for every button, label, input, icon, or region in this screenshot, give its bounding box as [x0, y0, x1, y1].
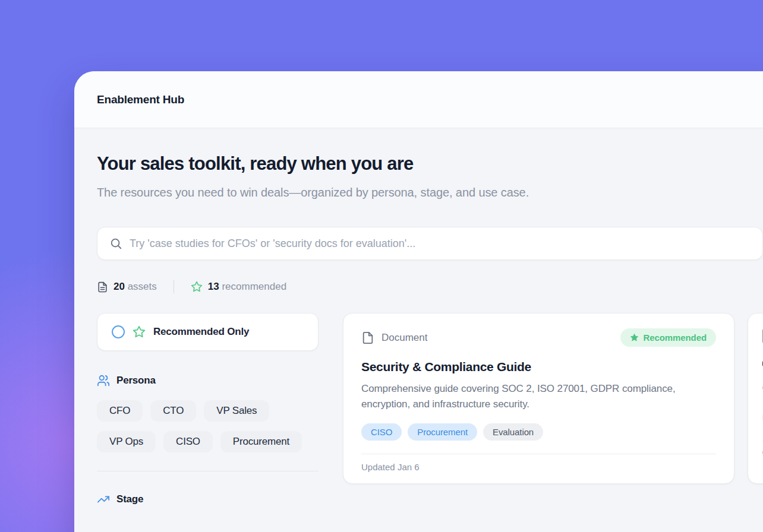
persona-chip-vp-sales[interactable]: VP Sales — [204, 400, 269, 422]
page-title: Your sales toolkit, ready when you are — [97, 153, 763, 175]
assets-label: assets — [128, 281, 157, 292]
recommended-label: recommended — [222, 281, 286, 292]
asset-tags: CISO Procurement Evaluation — [361, 423, 716, 441]
asset-card-security-compliance-guide[interactable]: Document Recommended Security & Complian… — [343, 313, 734, 484]
search-bar[interactable] — [97, 227, 763, 260]
radio-circle-icon[interactable] — [112, 325, 125, 338]
users-icon — [97, 374, 110, 387]
assets-stat: 20 assets — [97, 281, 157, 293]
recommended-only-label: Recommended Only — [153, 326, 249, 338]
app-title: Enablement Hub — [97, 93, 184, 106]
star-icon — [133, 325, 146, 338]
tag-ciso: CISO — [361, 423, 402, 441]
recommended-count: 13 — [208, 281, 219, 292]
star-icon — [191, 281, 203, 293]
app-header: Enablement Hub — [74, 71, 763, 128]
persona-chip-vp-ops[interactable]: VP Ops — [97, 431, 156, 452]
persona-chip-cfo[interactable]: CFO — [97, 400, 143, 422]
asset-updated: Updated Jan 6 — [361, 454, 716, 483]
app-window: Enablement Hub Your sales toolkit, ready… — [74, 71, 763, 532]
page-subtitle: The resources you need to win deals—orga… — [97, 183, 590, 202]
stats-divider — [174, 280, 174, 293]
file-icon — [361, 331, 374, 345]
search-input[interactable] — [130, 238, 751, 250]
asset-description: Comprehensive guide covering SOC 2, ISO … — [361, 381, 713, 413]
filters-sidebar: Recommended Only Persona CFO — [97, 313, 319, 506]
trending-up-icon — [97, 493, 110, 506]
recommended-badge-label: Recommended — [644, 332, 707, 343]
tag-procurement: Procurement — [408, 423, 477, 441]
asset-cards: Document Recommended Security & Complian… — [343, 313, 763, 484]
stage-section-header: Stage — [97, 493, 319, 506]
persona-section-header: Persona — [97, 374, 319, 387]
persona-chip-cto[interactable]: CTO — [150, 400, 196, 422]
persona-chip-procurement[interactable]: Procurement — [220, 431, 302, 452]
stage-section-label: Stage — [116, 493, 143, 505]
stats-row: 20 assets 13 recommended — [97, 280, 763, 293]
persona-chips: CFO CTO VP Sales VP Ops CISO Procurement — [97, 400, 319, 452]
search-icon — [109, 237, 122, 250]
tag-evaluation: Evaluation — [483, 423, 543, 441]
recommended-stat: 13 recommended — [191, 281, 286, 293]
file-text-icon — [97, 281, 108, 293]
persona-section-label: Persona — [116, 375, 156, 387]
asset-card-partial[interactable] — [748, 313, 763, 484]
asset-type-label: Document — [382, 332, 427, 344]
assets-count: 20 — [113, 281, 125, 292]
recommended-only-toggle[interactable]: Recommended Only — [97, 313, 319, 351]
main-content: Your sales toolkit, ready when you are T… — [74, 128, 763, 506]
star-filled-icon — [630, 333, 639, 342]
sidebar-divider — [97, 471, 319, 471]
recommended-badge: Recommended — [620, 328, 716, 347]
persona-chip-ciso[interactable]: CISO — [163, 431, 213, 452]
asset-title: Security & Compliance Guide — [361, 360, 716, 374]
